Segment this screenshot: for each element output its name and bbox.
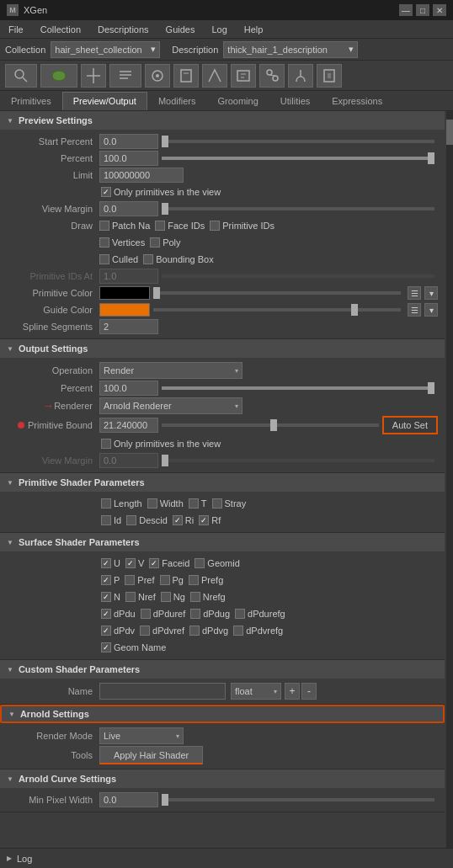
- tab-preview-output[interactable]: Preview/Output: [62, 92, 147, 110]
- checkbox-id[interactable]: [101, 515, 111, 525]
- checkbox-dpdvrefg[interactable]: [233, 626, 243, 636]
- toolbar-btn-9[interactable]: [259, 64, 285, 88]
- checkbox-face-ids[interactable]: [155, 221, 165, 231]
- percent-input[interactable]: [99, 151, 158, 166]
- start-percent-input[interactable]: [99, 134, 158, 149]
- section-header-arnold-curve[interactable]: ▼ Arnold Curve Settings: [0, 769, 445, 788]
- checkbox-primitive-ids[interactable]: [210, 221, 220, 231]
- checkbox-faceid[interactable]: [149, 558, 159, 568]
- checkbox-geom-name[interactable]: [101, 642, 111, 652]
- checkbox-dpdug[interactable]: [190, 609, 200, 619]
- toolbar-btn-5[interactable]: [145, 64, 170, 88]
- toolbar-btn-11[interactable]: [317, 64, 342, 88]
- section-header-surface-shader[interactable]: ▼ Surface Shader Parameters: [0, 533, 445, 551]
- apply-hair-shader-button[interactable]: Apply Hair Shader: [99, 746, 203, 764]
- limit-input[interactable]: [99, 168, 184, 183]
- operation-dropdown[interactable]: Render ▾: [99, 362, 242, 379]
- checkbox-u[interactable]: [101, 558, 111, 568]
- checkbox-dpdurefg[interactable]: [235, 609, 245, 619]
- custom-remove-button[interactable]: -: [301, 683, 317, 700]
- section-header-output[interactable]: ▼ Output Settings: [0, 339, 445, 358]
- checkbox-dpduref[interactable]: [141, 609, 151, 619]
- close-button[interactable]: ✕: [433, 4, 446, 16]
- checkbox-nrefg[interactable]: [190, 592, 200, 602]
- checkbox-t[interactable]: [189, 498, 199, 509]
- scrollbar-thumb[interactable]: [446, 120, 453, 145]
- checkbox-dpdv[interactable]: [101, 626, 111, 636]
- guide-color-menu[interactable]: ☰: [408, 303, 421, 317]
- spline-segments-input[interactable]: [99, 319, 158, 334]
- checkbox-bounding-box[interactable]: [143, 254, 153, 264]
- toolbar-btn-3[interactable]: [81, 64, 106, 88]
- guide-color-swatch[interactable]: [99, 303, 150, 317]
- checkbox-width[interactable]: [147, 498, 157, 509]
- toolbar-btn-8[interactable]: [231, 64, 256, 88]
- section-header-custom-shader[interactable]: ▼ Custom Shader Parameters: [0, 660, 445, 679]
- checkbox-ri[interactable]: [173, 515, 183, 525]
- section-header-arnold[interactable]: ▼ Arnold Settings: [0, 705, 445, 723]
- toolbar-btn-7[interactable]: [202, 64, 227, 88]
- only-primitives-checkbox[interactable]: [101, 187, 111, 197]
- description-dropdown[interactable]: thick_hair_1_description ▾: [223, 41, 358, 58]
- output-percent-input[interactable]: [99, 381, 158, 396]
- menu-file[interactable]: File: [5, 24, 27, 35]
- primitive-color-swatch[interactable]: [99, 286, 150, 300]
- checkbox-ng[interactable]: [161, 592, 171, 602]
- custom-add-button[interactable]: +: [285, 683, 300, 700]
- checkbox-stray[interactable]: [212, 498, 222, 509]
- min-pixel-width-input[interactable]: [99, 792, 158, 807]
- guide-color-arrow[interactable]: ▾: [424, 303, 438, 317]
- checkbox-length[interactable]: [101, 498, 111, 509]
- checkbox-descid[interactable]: [126, 515, 136, 525]
- primitive-bound-input[interactable]: [99, 418, 158, 433]
- minimize-button[interactable]: —: [399, 4, 413, 16]
- auto-set-button[interactable]: Auto Set: [382, 416, 438, 434]
- scrollbar-vertical[interactable]: [446, 111, 453, 848]
- checkbox-dpdvg[interactable]: [189, 626, 200, 636]
- custom-type-dropdown[interactable]: float ▾: [231, 683, 281, 700]
- checkbox-prefg[interactable]: [189, 575, 199, 585]
- tab-expressions[interactable]: Expressions: [321, 92, 393, 110]
- checkbox-culled[interactable]: [99, 254, 109, 264]
- checkbox-v[interactable]: [125, 558, 136, 568]
- section-header-preview[interactable]: ▼ Preview Settings: [0, 111, 445, 130]
- tab-utilities[interactable]: Utilities: [269, 92, 321, 110]
- toolbar-btn-4[interactable]: [109, 64, 141, 88]
- toolbar-btn-1[interactable]: [5, 64, 37, 88]
- menu-guides[interactable]: Guides: [163, 24, 199, 35]
- checkbox-n[interactable]: [101, 592, 111, 602]
- toolbar-btn-2[interactable]: [40, 64, 77, 88]
- menu-descriptions[interactable]: Descriptions: [94, 24, 152, 35]
- checkbox-rf[interactable]: [199, 515, 209, 525]
- section-header-primitive-shader[interactable]: ▼ Primitive Shader Parameters: [0, 473, 445, 492]
- custom-name-input[interactable]: [99, 683, 226, 700]
- checkbox-pref[interactable]: [125, 575, 135, 585]
- render-mode-dropdown[interactable]: Live ▾: [99, 727, 184, 744]
- checkbox-p[interactable]: [101, 575, 111, 585]
- menu-collection[interactable]: Collection: [37, 24, 84, 35]
- checkbox-dpdvref[interactable]: [140, 626, 150, 636]
- menu-log[interactable]: Log: [208, 24, 230, 35]
- tab-primitives[interactable]: Primitives: [0, 92, 62, 110]
- tab-modifiers[interactable]: Modifiers: [147, 92, 207, 110]
- log-bar[interactable]: ▶ Log: [0, 848, 453, 868]
- checkbox-patch-na[interactable]: [99, 221, 109, 231]
- primitive-shader-row-1: Length Width T Stray: [0, 495, 445, 512]
- primitive-color-arrow[interactable]: ▾: [424, 286, 438, 300]
- toolbar-btn-6[interactable]: [173, 64, 199, 88]
- checkbox-dpdu[interactable]: [101, 609, 111, 619]
- menu-help[interactable]: Help: [241, 24, 267, 35]
- primitive-color-menu[interactable]: ☰: [408, 286, 421, 300]
- checkbox-nref[interactable]: [125, 592, 136, 602]
- checkbox-geomid[interactable]: [195, 558, 205, 568]
- tab-grooming[interactable]: Grooming: [207, 92, 269, 110]
- output-only-primitives-checkbox[interactable]: [101, 439, 111, 449]
- maximize-button[interactable]: □: [416, 4, 429, 16]
- checkbox-pg[interactable]: [160, 575, 170, 585]
- collection-dropdown[interactable]: hair_sheet_collection ▾: [51, 41, 160, 58]
- checkbox-poly[interactable]: [150, 237, 160, 248]
- toolbar-btn-10[interactable]: [288, 64, 313, 88]
- checkbox-vertices[interactable]: [99, 237, 109, 248]
- renderer-dropdown[interactable]: Arnold Renderer ▾: [99, 397, 242, 414]
- view-margin-input[interactable]: [99, 201, 158, 216]
